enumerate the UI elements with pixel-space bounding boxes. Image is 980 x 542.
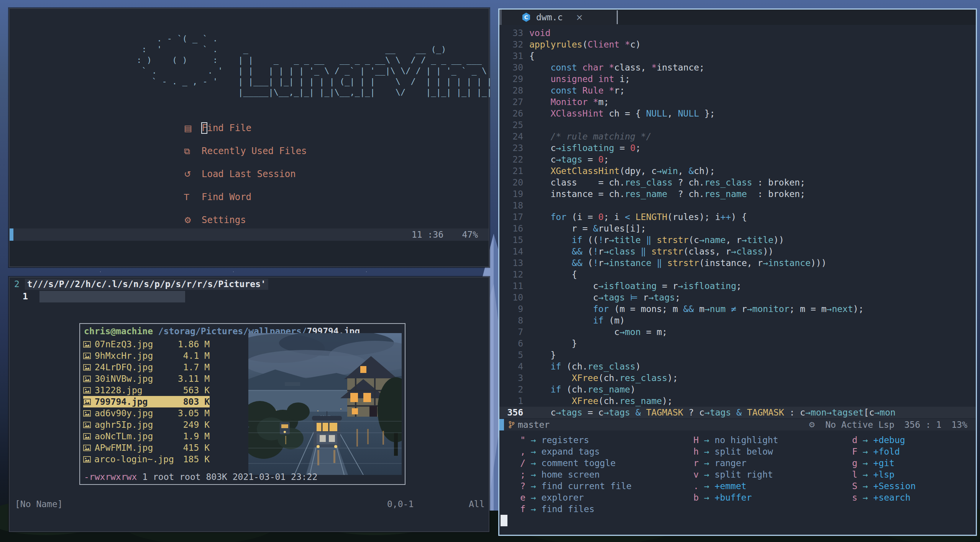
- whichkey-binding[interactable]: d → +debug: [847, 434, 916, 446]
- whichkey-binding[interactable]: l → +lsp: [847, 469, 916, 480]
- dashboard-statusline: 11 :36 47%: [10, 228, 489, 241]
- code-line[interactable]: 7 c→mon = m;: [499, 326, 976, 338]
- file-row[interactable]: APwFMIM.jpg415 K: [83, 442, 210, 453]
- whichkey-binding[interactable]: g → +git: [847, 457, 916, 469]
- file-row[interactable]: 24LrDFQ.jpg1.7 M: [83, 361, 210, 373]
- code-line[interactable]: 25: [499, 119, 976, 131]
- code-line[interactable]: 15 if ((!r→title ‖ strstr(c→name, r→titl…: [499, 234, 976, 246]
- whichkey-binding[interactable]: e → explorer: [515, 492, 632, 503]
- command-line-history-row[interactable]: 2 t///s/P//2/h/c/.l/s/n/s/p/p/s/r/r/s/Pi…: [14, 279, 268, 291]
- whichkey-binding[interactable]: , → expand tags: [515, 446, 632, 457]
- whichkey-binding[interactable]: ; → home screen: [515, 469, 632, 480]
- code-line[interactable]: 31{: [499, 50, 976, 62]
- line-number: 7: [499, 326, 529, 338]
- code-line[interactable]: 24 /* rule matching */: [499, 131, 976, 142]
- code-line[interactable]: 11 c→isfloating = r→isfloating;: [499, 280, 976, 292]
- whichkey-binding[interactable]: / → comment toggle: [515, 457, 632, 469]
- code-line[interactable]: 19 instance = ch.res_name ? ch.res_name …: [499, 188, 976, 200]
- menu-item-load-last-session[interactable]: ↺Load Last Session: [184, 168, 489, 180]
- code-line[interactable]: 9 for (m = mons; m && m→num ≠ r→monitor;…: [499, 303, 976, 315]
- code-line[interactable]: 23 c→isfloating = 0;: [499, 142, 976, 154]
- code-line[interactable]: 17 for (i = 0; i < LENGTH(rules); i++) {: [499, 211, 976, 223]
- code-text: && (!r→instance ‖ strstr(instance, r→ins…: [529, 257, 976, 269]
- whichkey-binding[interactable]: " → registers: [515, 434, 632, 446]
- whichkey-binding[interactable]: ? → find current file: [515, 480, 632, 492]
- key-label: F: [847, 446, 857, 457]
- file-row[interactable]: 31228.jpg563 K: [83, 384, 210, 396]
- code-area: 33void32applyrules(Client *c)31{30 const…: [499, 27, 976, 418]
- whichkey-binding[interactable]: S → +Session: [847, 480, 916, 492]
- whichkey-binding[interactable]: f → find files: [515, 503, 632, 515]
- code-line[interactable]: 26 XClassHint ch = { NULL, NULL };: [499, 108, 976, 119]
- code-line[interactable]: 10 c→tags ⊨ r→tags;: [499, 292, 976, 303]
- code-text: class = ch.res_class ? ch.res_class : br…: [529, 177, 976, 188]
- code-line[interactable]: 32applyrules(Client *c): [499, 39, 976, 50]
- code-line[interactable]: 2 if (ch.res_name): [499, 384, 976, 395]
- line-number: 12: [499, 269, 529, 280]
- code-line[interactable]: 3 XFree(ch.res_class);: [499, 372, 976, 384]
- whichkey-binding[interactable]: v → split right: [688, 469, 778, 480]
- code-line[interactable]: 22 c→tags = 0;: [499, 154, 976, 165]
- code-line[interactable]: 1 XFree(ch.res_name);: [499, 395, 976, 407]
- code-line[interactable]: 16 r = &rules[i];: [499, 223, 976, 234]
- statusline-right: ⚙ No Active Lsp 356 : 1 13%: [809, 419, 967, 430]
- file-row[interactable]: arco-login~.jpg185 K: [83, 453, 210, 465]
- file-row[interactable]: ad6v90y.jpg3.05 M: [83, 407, 210, 419]
- code-text: const Rule *r;: [529, 85, 976, 96]
- binding-description: home screen: [542, 470, 600, 480]
- file-name: arco-login~.jpg: [94, 454, 174, 464]
- code-line[interactable]: 4 if (ch.res_class): [499, 361, 976, 372]
- code-line[interactable]: 12 {: [499, 269, 976, 280]
- line-number: 20: [499, 177, 529, 188]
- file-row[interactable]: aoNcTLm.jpg1.9 M: [83, 430, 210, 442]
- arrow-icon: →: [525, 493, 542, 503]
- tab-dwm-c[interactable]: C dwm.c ×: [502, 10, 617, 25]
- file-row[interactable]: 07nEzQ3.jpg1.86 M: [83, 338, 210, 350]
- code-text: && (!r→class ‖ strstr(class, r→class)): [529, 246, 976, 257]
- line-number: 4: [499, 361, 529, 372]
- code-line[interactable]: 20 class = ch.res_class ? ch.res_class :…: [499, 177, 976, 188]
- code-line[interactable]: 27 Monitor *m;: [499, 96, 976, 108]
- code-line[interactable]: 13 && (!r→instance ‖ strstr(instance, r→…: [499, 257, 976, 269]
- code-line[interactable]: 29 unsigned int i;: [499, 73, 976, 85]
- file-row[interactable]: aghr5Ip.jpg249 K: [83, 419, 210, 430]
- code-text: XGetClassHint(dpy, c→win, &ch);: [529, 165, 976, 177]
- menu-item-settings[interactable]: ⚙Settings: [184, 214, 489, 226]
- menu-item-label: Find File: [202, 123, 251, 133]
- code-line[interactable]: 14 && (!r→class ‖ strstr(class, r→class)…: [499, 246, 976, 257]
- code-line[interactable]: 28 const Rule *r;: [499, 85, 976, 96]
- menu-item-find-word[interactable]: TFind Word: [184, 191, 489, 203]
- whichkey-binding[interactable]: F → +fold: [847, 446, 916, 457]
- whichkey-binding[interactable]: h → split below: [688, 446, 778, 457]
- whichkey-binding[interactable]: b → +buffer: [688, 492, 778, 503]
- whichkey-binding[interactable]: H → no highlight: [688, 434, 778, 446]
- file-row[interactable]: 9hMxcHr.jpg4.1 M: [83, 350, 210, 361]
- code-line[interactable]: 5 }: [499, 349, 976, 361]
- code-line[interactable]: 6 }: [499, 338, 976, 349]
- line-number: 2: [499, 384, 529, 395]
- code-line[interactable]: 21 XGetClassHint(dpy, c→win, &ch);: [499, 165, 976, 177]
- file-manager-popup: chris@machine /storag/Pictures/wallpaper…: [79, 323, 405, 485]
- file-permissions-line: -rwxrwxrwx 1 root root 803K 2021-03-01 2…: [84, 472, 317, 482]
- whichkey-binding[interactable]: . → +emmet: [688, 480, 778, 492]
- arrow-icon: →: [699, 481, 715, 491]
- code-line[interactable]: 30 const char *class, *instance;: [499, 62, 976, 73]
- code-line[interactable]: 18: [499, 200, 976, 211]
- line-number: 3: [499, 372, 529, 384]
- git-branch[interactable]: master: [509, 419, 550, 430]
- line-number: 9: [499, 303, 529, 315]
- file-row[interactable]: 799794.jpg803 K: [83, 396, 210, 407]
- file-row[interactable]: 30iNVBw.jpg3.11 M: [83, 373, 210, 384]
- arrow-icon: →: [525, 481, 542, 491]
- code-text: {: [529, 269, 976, 280]
- key-label: g: [847, 457, 857, 469]
- menu-item-find-file[interactable]: ▤Find File: [184, 122, 489, 134]
- menu-item-recently-used-files[interactable]: ⧉Recently Used Files: [184, 145, 489, 157]
- whichkey-binding[interactable]: r → ranger: [688, 457, 778, 469]
- code-line[interactable]: 356 c→tags = c→tags & TAGMASK ? c→tags &…: [499, 407, 976, 418]
- close-icon[interactable]: ×: [576, 11, 583, 23]
- whichkey-binding[interactable]: s → +search: [847, 492, 916, 503]
- code-line[interactable]: 33void: [499, 27, 976, 39]
- code-line[interactable]: 8 if (m): [499, 315, 976, 326]
- arrow-icon: →: [699, 493, 715, 503]
